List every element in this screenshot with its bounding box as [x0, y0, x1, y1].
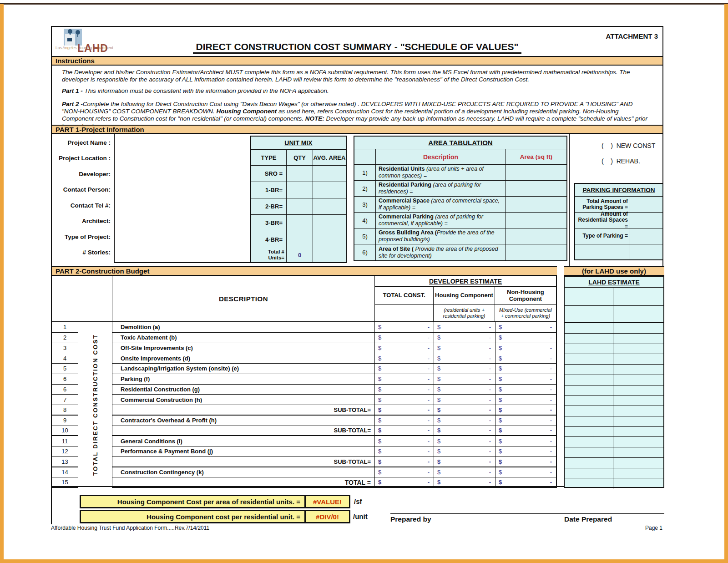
- new-const-checkbox[interactable]: ( ) NEW CONST: [602, 142, 655, 149]
- housing-component-cell[interactable]: $-: [434, 436, 495, 446]
- total-const-cell[interactable]: $-: [375, 436, 434, 446]
- lahd-estimate-cell[interactable]: [613, 306, 663, 322]
- total-const-cell[interactable]: $-: [375, 477, 434, 488]
- housing-component-cell[interactable]: $-: [434, 385, 495, 395]
- lahd-estimate-cell[interactable]: [613, 468, 663, 478]
- parking-value-cell[interactable]: [630, 228, 662, 244]
- total-const-cell[interactable]: $-: [375, 353, 434, 364]
- housing-component-cell[interactable]: $-: [434, 322, 495, 333]
- lahd-estimate-cell[interactable]: [565, 334, 613, 344]
- total-const-cell[interactable]: $-: [375, 446, 434, 457]
- area-value-cell[interactable]: [506, 244, 566, 260]
- lahd-estimate-cell[interactable]: [565, 478, 613, 489]
- non-housing-component-cell[interactable]: $-: [495, 333, 557, 343]
- lahd-estimate-cell[interactable]: [565, 406, 613, 416]
- lahd-estimate-cell[interactable]: [613, 427, 663, 437]
- non-housing-component-cell[interactable]: $-: [495, 477, 557, 488]
- lahd-estimate-cell[interactable]: [565, 468, 613, 478]
- non-housing-component-cell[interactable]: $-: [495, 467, 557, 478]
- lahd-estimate-cell[interactable]: [613, 416, 663, 426]
- lahd-estimate-cell[interactable]: [613, 344, 663, 354]
- total-const-cell[interactable]: $-: [375, 385, 434, 395]
- area-value-cell[interactable]: [506, 197, 566, 212]
- non-housing-component-cell[interactable]: $-: [495, 364, 557, 374]
- housing-component-cell[interactable]: $-: [434, 405, 495, 416]
- parking-value-cell[interactable]: [630, 213, 662, 228]
- lahd-estimate-cell[interactable]: [613, 385, 663, 396]
- lahd-estimate-cell[interactable]: [565, 396, 613, 406]
- housing-component-cell[interactable]: $-: [434, 364, 495, 374]
- housing-cost-per-sf-value[interactable]: #VALUE!: [304, 495, 350, 508]
- unit-qty-cell[interactable]: [287, 182, 313, 198]
- lahd-estimate-cell[interactable]: [613, 334, 663, 344]
- lahd-estimate-cell[interactable]: [613, 396, 663, 406]
- total-const-cell[interactable]: $-: [375, 426, 434, 436]
- unit-avg-area-cell[interactable]: [313, 215, 346, 231]
- housing-component-cell[interactable]: $-: [434, 467, 495, 478]
- total-const-cell[interactable]: $-: [375, 322, 434, 333]
- non-housing-component-cell[interactable]: $-: [495, 343, 557, 354]
- housing-component-cell[interactable]: $-: [434, 333, 495, 343]
- housing-component-cell[interactable]: $-: [434, 457, 495, 467]
- unit-qty-cell[interactable]: [287, 198, 313, 214]
- lahd-estimate-cell[interactable]: [565, 458, 613, 468]
- non-housing-component-cell[interactable]: $-: [495, 374, 557, 385]
- lahd-estimate-cell[interactable]: [565, 416, 613, 426]
- lahd-estimate-cell[interactable]: [613, 354, 663, 364]
- area-value-cell[interactable]: [506, 213, 566, 228]
- parking-value-cell[interactable]: [630, 197, 662, 212]
- lahd-estimate-cell[interactable]: [613, 478, 663, 489]
- unit-mix-total-qty[interactable]: 0: [287, 248, 313, 262]
- lahd-estimate-cell[interactable]: [613, 406, 663, 416]
- non-housing-component-cell[interactable]: $-: [495, 426, 557, 436]
- lahd-estimate-cell[interactable]: [565, 323, 613, 333]
- lahd-estimate-cell[interactable]: [565, 365, 613, 375]
- lahd-estimate-cell[interactable]: [613, 458, 663, 468]
- housing-component-cell[interactable]: $-: [434, 343, 495, 354]
- total-const-cell[interactable]: $-: [375, 395, 434, 405]
- non-housing-component-cell[interactable]: $-: [495, 353, 557, 364]
- area-value-cell[interactable]: [506, 228, 566, 244]
- lahd-estimate-cell[interactable]: [565, 437, 613, 447]
- unit-qty-cell[interactable]: [287, 166, 313, 182]
- rehab-checkbox[interactable]: ( ) REHAB.: [602, 157, 640, 165]
- total-const-cell[interactable]: $-: [375, 467, 434, 478]
- total-const-cell[interactable]: $-: [375, 364, 434, 374]
- unit-avg-area-cell[interactable]: [313, 166, 346, 182]
- lahd-estimate-cell[interactable]: [565, 288, 613, 305]
- lahd-estimate-cell[interactable]: [565, 306, 613, 322]
- lahd-estimate-cell[interactable]: [613, 323, 663, 333]
- total-const-cell[interactable]: $-: [375, 405, 434, 416]
- non-housing-component-cell[interactable]: $-: [495, 416, 557, 426]
- housing-component-cell[interactable]: $-: [434, 446, 495, 457]
- lahd-estimate-cell[interactable]: [565, 447, 613, 457]
- non-housing-component-cell[interactable]: $-: [495, 385, 557, 395]
- signature-line[interactable]: [390, 513, 664, 514]
- area-value-cell[interactable]: [506, 181, 566, 196]
- unit-qty-cell[interactable]: [287, 215, 313, 231]
- non-housing-component-cell[interactable]: $-: [495, 322, 557, 333]
- lahd-estimate-cell[interactable]: [565, 344, 613, 354]
- housing-component-cell[interactable]: $-: [434, 374, 495, 385]
- housing-component-cell[interactable]: $-: [434, 426, 495, 436]
- housing-component-cell[interactable]: $-: [434, 395, 495, 405]
- lahd-estimate-cell[interactable]: [565, 427, 613, 437]
- total-const-cell[interactable]: $-: [375, 374, 434, 385]
- housing-component-cell[interactable]: $-: [434, 353, 495, 364]
- non-housing-component-cell[interactable]: $-: [495, 395, 557, 405]
- lahd-estimate-cell[interactable]: [613, 447, 663, 457]
- total-const-cell[interactable]: $-: [375, 457, 434, 467]
- lahd-estimate-cell[interactable]: [613, 375, 663, 385]
- area-value-cell[interactable]: [506, 165, 566, 180]
- lahd-estimate-cell[interactable]: [613, 288, 663, 305]
- total-const-cell[interactable]: $-: [375, 343, 434, 354]
- lahd-estimate-cell[interactable]: [613, 365, 663, 375]
- lahd-estimate-cell[interactable]: [565, 354, 613, 364]
- non-housing-component-cell[interactable]: $-: [495, 436, 557, 446]
- unit-mix-total-area-cell[interactable]: [313, 248, 346, 262]
- total-const-cell[interactable]: $-: [375, 416, 434, 426]
- total-const-cell[interactable]: $-: [375, 333, 434, 343]
- housing-component-cell[interactable]: $-: [434, 477, 495, 488]
- lahd-estimate-cell[interactable]: [565, 385, 613, 396]
- non-housing-component-cell[interactable]: $-: [495, 457, 557, 467]
